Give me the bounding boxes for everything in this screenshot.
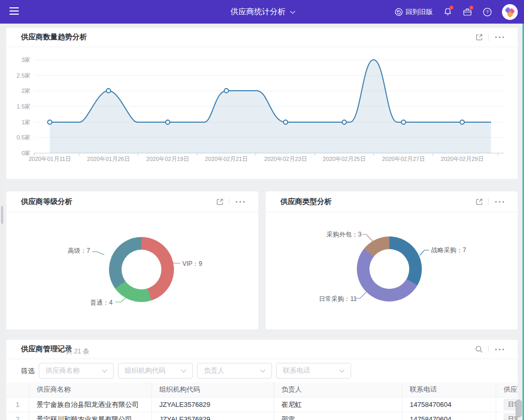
col-org-code: 组织机构代码	[152, 382, 274, 397]
row-owner: 邵雷	[274, 412, 402, 420]
col-supplier-type: 供应商类型	[496, 382, 518, 397]
chevron-down-icon	[181, 368, 187, 373]
y-tick: 2家	[21, 88, 30, 94]
left-scrollbar-thumb[interactable]	[1, 206, 3, 224]
tools-divider	[488, 346, 489, 353]
filter-org-code[interactable]: 组织机构代码	[118, 363, 193, 379]
more-menu-button[interactable]	[494, 199, 505, 204]
table-row[interactable]: 2 景宁丽川和顺农业发展有限公司 JZYALE3576829 邵雷 147584…	[6, 412, 518, 420]
row-org-code: JZYALE3576829	[152, 412, 274, 420]
filter-placeholder: 供应商名称	[46, 366, 103, 375]
more-menu-button[interactable]	[494, 347, 505, 352]
user-avatar[interactable]	[502, 4, 518, 20]
question-mark-icon: ?	[483, 7, 492, 17]
filter-placeholder: 负责人	[204, 366, 261, 375]
filter-placeholder: 联系电话	[283, 366, 340, 375]
x-tick: 2020年02月27日	[382, 156, 425, 162]
level-donut-leaders	[6, 212, 258, 329]
dashboard-page: 供应商统计分析 回到旧版 ?	[0, 0, 524, 420]
y-tick: 1家	[21, 119, 30, 125]
tools-divider	[488, 34, 489, 41]
export-icon[interactable]	[216, 198, 224, 206]
table-scrollbar-thumb[interactable]	[516, 400, 522, 417]
back-to-old-version-label: 回到旧版	[406, 7, 433, 17]
type-callout-zhanlue: 战略采购：7	[431, 246, 466, 255]
trend-line-chart: 3家 2.5家 2家 1.5家 1家 0.5家 0家 2020年01月11日 2…	[6, 47, 518, 179]
more-menu-button[interactable]	[235, 199, 246, 204]
filter-owner[interactable]: 负责人	[197, 363, 272, 379]
records-card-header: 供应商管理记录 共 21 条	[6, 340, 518, 359]
header-actions: 回到旧版 ?	[395, 0, 518, 24]
x-tick: 2020年02月23日	[264, 156, 307, 162]
workbench-button[interactable]	[462, 7, 473, 17]
trend-card-header: 供应商数量趋势分析	[6, 28, 518, 47]
row-org-code: JZYALE3576829	[152, 397, 274, 412]
y-tick: 3家	[21, 57, 30, 63]
records-count: 共 21 条	[66, 347, 89, 356]
row-phone: 14758470604	[402, 412, 496, 420]
notification-badge	[450, 6, 453, 9]
chevron-down-icon	[290, 8, 296, 14]
top-header-bar: 供应商统计分析 回到旧版 ?	[0, 0, 524, 24]
level-callout-putong: 普通：4	[90, 298, 113, 307]
y-tick: 0.5家	[17, 134, 30, 141]
back-to-old-version-button[interactable]: 回到旧版	[395, 7, 433, 17]
filter-supplier-name[interactable]: 供应商名称	[39, 363, 114, 379]
records-table: 供应商名称 组织机构代码 负责人 联系电话 供应商类型 1 景宁畲族自治县阳龙酒…	[6, 382, 518, 420]
search-icon[interactable]	[475, 345, 483, 353]
tools-divider	[229, 198, 230, 206]
row-index: 1	[6, 397, 29, 412]
table-header-row: 供应商名称 组织机构代码 负责人 联系电话 供应商类型	[6, 382, 518, 397]
col-phone: 联系电话	[402, 382, 496, 397]
type-card-title: 供应商类型分析	[280, 197, 332, 207]
page-title: 供应商统计分析	[231, 7, 286, 16]
tools-divider	[488, 198, 489, 206]
col-supplier-name: 供应商名称	[29, 382, 152, 397]
y-tick: 1.5家	[17, 103, 30, 110]
col-owner: 负责人	[274, 382, 402, 397]
type-card-header: 供应商类型分析	[266, 191, 518, 212]
export-icon[interactable]	[475, 198, 483, 206]
export-icon[interactable]	[475, 34, 483, 41]
x-tick: 2020年02月19日	[146, 156, 189, 162]
workbench-badge	[470, 6, 473, 9]
type-callout-waibao: 采购外包：3	[326, 230, 362, 239]
filter-placeholder: 组织机构代码	[125, 366, 182, 375]
col-index	[6, 382, 29, 397]
svg-text:?: ?	[486, 9, 488, 15]
filter-phone[interactable]: 联系电话	[276, 363, 351, 379]
chevron-down-icon	[102, 368, 107, 373]
level-callout-vip: VIP：9	[182, 260, 202, 268]
row-index: 2	[6, 412, 29, 420]
supplier-level-card: 供应商等级分析 高级：7 VIP：9 普通：4	[6, 191, 258, 329]
type-donut-leaders	[266, 212, 518, 329]
x-tick: 2020年02月25日	[323, 156, 366, 162]
supplier-type-card: 供应商类型分析 采购外包：3 战略采购：7 日常采购：11	[266, 191, 518, 329]
chevron-down-icon	[340, 368, 345, 373]
notification-bell-button[interactable]	[442, 7, 453, 17]
row-supplier-type: 日常采购	[496, 412, 518, 420]
table-row[interactable]: 1 景宁畲族自治县阳龙酒业有限公司 JZYALE3576829 崔尼虹 1475…	[6, 397, 518, 412]
level-card-title: 供应商等级分析	[21, 197, 72, 207]
supplier-trend-card: 供应商数量趋势分析	[6, 28, 518, 179]
row-phone: 14758470604	[402, 397, 496, 412]
trend-card-title: 供应商数量趋势分析	[21, 33, 87, 42]
revert-icon	[395, 8, 403, 16]
row-supplier-name: 景宁丽川和顺农业发展有限公司	[29, 412, 152, 420]
row-supplier-name: 景宁畲族自治县阳龙酒业有限公司	[29, 397, 152, 412]
row-owner: 崔尼虹	[274, 397, 402, 412]
x-tick: 2020年01月26日	[87, 156, 130, 162]
x-tick: 2020年02月29日	[441, 156, 484, 162]
level-card-header: 供应商等级分析	[6, 191, 258, 212]
filter-label: 筛选	[21, 367, 35, 376]
avatar-logo-icon	[502, 4, 518, 20]
row-supplier-type: 日常采购	[496, 397, 518, 412]
level-callout-gaoji: 高级：7	[68, 246, 90, 255]
more-menu-button[interactable]	[494, 35, 505, 40]
x-tick: 2020年01月11日	[28, 156, 71, 162]
supplier-records-card: 供应商管理记录 共 21 条 筛选 供应商名称 组织机构代码 负责人 联系电话	[6, 340, 518, 420]
help-button[interactable]: ?	[482, 7, 493, 17]
x-tick: 2020年02月21日	[205, 156, 248, 162]
records-card-title: 供应商管理记录	[21, 344, 72, 354]
chevron-down-icon	[260, 368, 266, 373]
